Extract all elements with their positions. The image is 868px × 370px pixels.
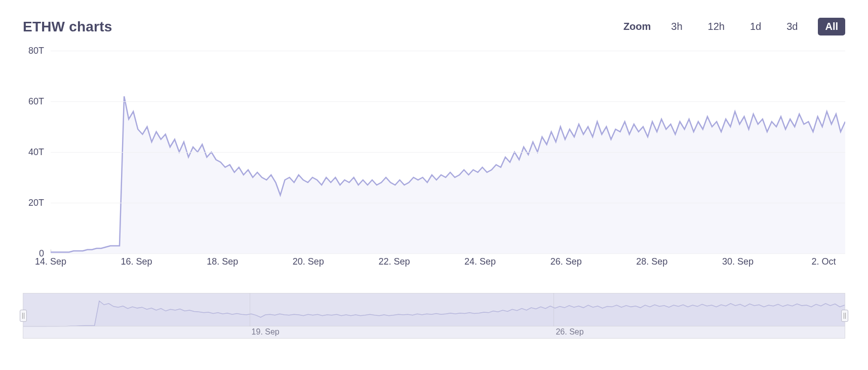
y-tick: 60T xyxy=(28,96,44,107)
navigator-handle-left[interactable] xyxy=(20,310,27,322)
x-tick: 26. Sep xyxy=(550,256,582,267)
navigator-tick: 19. Sep xyxy=(252,327,280,337)
navigator-tick-mark xyxy=(250,293,250,326)
zoom-button-3d[interactable]: 3d xyxy=(781,18,803,35)
grid-line xyxy=(51,51,845,51)
x-tick: 14. Sep xyxy=(35,256,66,267)
x-axis: 14. Sep16. Sep18. Sep20. Sep22. Sep24. S… xyxy=(51,253,845,269)
zoom-label: Zoom xyxy=(623,21,651,32)
x-tick: 30. Sep xyxy=(722,256,754,267)
grid-line xyxy=(51,152,845,153)
navigator-tick: 26. Sep xyxy=(556,327,583,337)
y-tick: 80T xyxy=(28,46,44,56)
x-tick: 16. Sep xyxy=(121,256,152,267)
zoom-button-12h[interactable]: 12h xyxy=(703,18,730,35)
x-tick: 2. Oct xyxy=(812,256,836,267)
y-tick: 20T xyxy=(28,198,44,208)
x-tick: 22. Sep xyxy=(378,256,410,267)
x-tick: 24. Sep xyxy=(464,256,496,267)
grid-line xyxy=(51,253,845,254)
navigator-tick-mark xyxy=(554,293,554,326)
navigator-x-axis: 19. Sep26. Sep xyxy=(23,326,845,338)
x-tick: 18. Sep xyxy=(207,256,238,267)
navigator-handle-right[interactable] xyxy=(841,310,848,322)
x-tick: 20. Sep xyxy=(293,256,324,267)
zoom-button-all[interactable]: All xyxy=(818,18,845,35)
zoom-button-3h[interactable]: 3h xyxy=(666,18,687,35)
zoom-button-1d[interactable]: 1d xyxy=(745,18,766,35)
zoom-controls: Zoom 3h 12h 1d 3d All xyxy=(623,18,845,35)
y-axis: 020T40T60T80T xyxy=(23,51,48,253)
plot-area[interactable]: 020T40T60T80T 14. Sep16. Sep18. Sep20. S… xyxy=(23,51,845,269)
grid-line xyxy=(51,101,845,102)
grid-line xyxy=(51,203,845,203)
y-tick: 40T xyxy=(28,147,44,158)
range-navigator[interactable]: 19. Sep26. Sep xyxy=(23,293,845,339)
x-tick: 28. Sep xyxy=(636,256,667,267)
chart-container: ETHW charts Zoom 3h 12h 1d 3d All 020T40… xyxy=(0,0,868,370)
chart-header: ETHW charts Zoom 3h 12h 1d 3d All xyxy=(0,0,868,38)
chart-title: ETHW charts xyxy=(23,19,112,35)
